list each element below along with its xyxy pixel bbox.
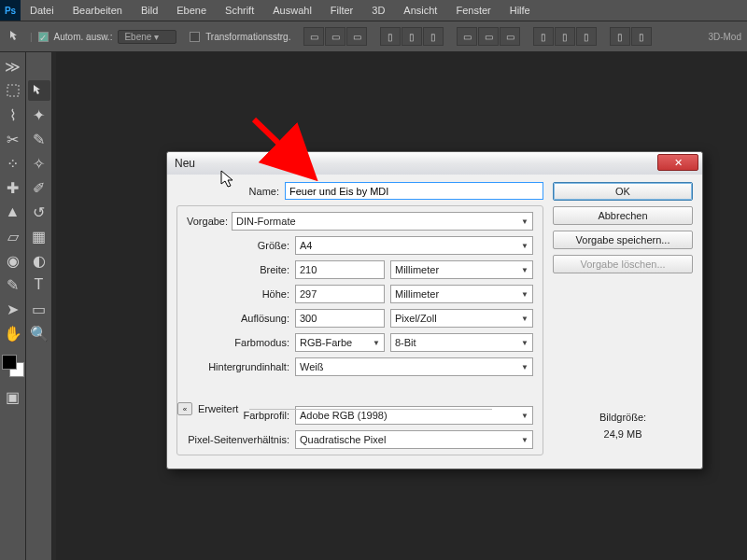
pixelaspect-label: Pixel-Seitenverhältnis:: [187, 434, 295, 445]
blur-tool[interactable]: ◉: [2, 250, 24, 271]
history-brush-tool[interactable]: ↺: [28, 202, 50, 222]
align-btn[interactable]: ▭: [346, 27, 367, 46]
color-swatches[interactable]: [2, 355, 24, 377]
menu-ebene[interactable]: Ebene: [167, 5, 216, 16]
menu-filter[interactable]: Filter: [321, 5, 362, 16]
slice-tool[interactable]: ✎: [28, 129, 50, 149]
dodge-tool[interactable]: ◐: [28, 250, 50, 271]
height-unit-combo[interactable]: Millimeter▼: [390, 285, 533, 303]
marquee-tool[interactable]: [2, 80, 24, 101]
auto-select-check[interactable]: ✓ Autom. ausw.:: [38, 32, 113, 42]
move-tool-icon: [7, 28, 24, 45]
svg-rect-0: [7, 85, 19, 96]
dialog-titlebar[interactable]: Neu ✕: [167, 152, 702, 175]
resolution-label: Auflösung:: [187, 313, 295, 324]
background-combo[interactable]: Weiß▼: [295, 357, 533, 376]
transform-controls-check[interactable]: Transformationsstrg.: [190, 32, 290, 42]
fg-swatch[interactable]: [2, 355, 17, 370]
align-group-1: ▭ ▭ ▭: [303, 27, 367, 46]
align-btn[interactable]: ▭: [325, 27, 345, 46]
width-unit-combo[interactable]: Millimeter▼: [390, 260, 533, 279]
cancel-button[interactable]: Abbrechen: [553, 206, 693, 225]
dist-btn[interactable]: ▭: [500, 27, 520, 46]
dist-btn[interactable]: ▯: [533, 27, 554, 46]
close-icon: ✕: [674, 157, 683, 169]
bitdepth-combo[interactable]: 8-Bit▼: [390, 333, 533, 352]
auto-select-label: Autom. ausw.:: [54, 32, 113, 42]
name-input[interactable]: [285, 182, 543, 200]
background-label: Hintergrundinhalt:: [187, 361, 295, 372]
distribute-group-2: ▯ ▯ ▯: [533, 27, 597, 46]
align-btn[interactable]: ▯: [402, 27, 422, 46]
quick-mask-tool[interactable]: ▣: [2, 386, 24, 407]
eraser-tool[interactable]: ▱: [2, 226, 24, 246]
image-size-info: Bildgröße: 24,9 MB: [553, 410, 693, 442]
dist-btn[interactable]: ▯: [610, 27, 630, 46]
resolution-unit-combo[interactable]: Pixel/Zoll▼: [390, 309, 533, 328]
shape-tool[interactable]: ▭: [28, 299, 50, 319]
save-preset-button[interactable]: Vorgabe speichern...: [553, 231, 693, 249]
menu-3d[interactable]: 3D: [362, 5, 394, 16]
menu-auswahl[interactable]: Auswahl: [263, 5, 321, 16]
advanced-label: Erweitert: [198, 403, 238, 414]
gradient-tool[interactable]: ▦: [28, 226, 50, 246]
zoom-tool[interactable]: 🔍: [28, 323, 50, 343]
width-label: Breite:: [187, 264, 295, 275]
clone-tool[interactable]: ▲: [2, 202, 24, 222]
size-label: Größe:: [187, 240, 295, 251]
menu-bild[interactable]: Bild: [132, 5, 167, 16]
resolution-input[interactable]: 300: [295, 309, 385, 328]
advanced-toggle[interactable]: « Erweitert: [177, 402, 492, 415]
magic-wand-tool[interactable]: ✦: [28, 105, 50, 125]
eyedropper-tool[interactable]: ⁘: [2, 153, 24, 174]
dist-btn[interactable]: ▭: [478, 27, 499, 46]
delete-preset-button: Vorgabe löschen...: [553, 255, 693, 273]
dist-btn[interactable]: ▯: [555, 27, 575, 46]
menu-datei[interactable]: Datei: [21, 5, 63, 16]
align-btn[interactable]: ▯: [423, 27, 444, 46]
dist-btn[interactable]: ▯: [631, 27, 652, 46]
distribute-group-1: ▭ ▭ ▭: [457, 27, 520, 46]
collapse-icon: «: [177, 402, 192, 415]
tool-column-a: ≫ ⌇ ✂ ⁘ ✚ ▲ ▱ ◉ ✎ ➤ ✋ ▣: [0, 52, 26, 560]
name-label: Name:: [176, 186, 285, 197]
menu-bearbeiten[interactable]: Bearbeiten: [63, 5, 132, 16]
dist-btn[interactable]: ▯: [576, 27, 597, 46]
pen-tool[interactable]: ✎: [2, 274, 24, 295]
menu-ansicht[interactable]: Ansicht: [394, 5, 446, 16]
ok-button[interactable]: OK: [553, 182, 693, 201]
auto-select-target[interactable]: Ebene ▾: [118, 30, 176, 44]
size-combo[interactable]: A4▼: [295, 236, 533, 255]
tool-tab-icon[interactable]: ≫: [2, 56, 24, 77]
width-input[interactable]: 210: [295, 260, 385, 279]
brush-tool[interactable]: ✐: [28, 177, 50, 198]
align-group-2: ▯ ▯ ▯: [380, 27, 444, 46]
preset-combo[interactable]: DIN-Formate▼: [232, 212, 533, 231]
tool-tab-icon[interactable]: [28, 56, 50, 77]
height-input[interactable]: 297: [295, 285, 385, 303]
hand-tool[interactable]: ✋: [2, 323, 24, 343]
menu-hilfe[interactable]: Hilfe: [500, 5, 540, 16]
align-btn[interactable]: ▯: [380, 27, 401, 46]
pixelaspect-combo[interactable]: Quadratische Pixel▼: [295, 430, 533, 449]
align-btn[interactable]: ▭: [303, 27, 324, 46]
tool-column-b: ✦ ✎ ✧ ✐ ↺ ▦ ◐ T ▭ 🔍: [26, 52, 52, 560]
app-menubar: Ps Datei Bearbeiten Bild Ebene Schrift A…: [0, 0, 747, 21]
dist-btn[interactable]: ▭: [457, 27, 477, 46]
close-button[interactable]: ✕: [657, 154, 698, 171]
move-tool[interactable]: [28, 80, 50, 101]
menu-fenster[interactable]: Fenster: [446, 5, 500, 16]
ruler-tool[interactable]: ✧: [28, 153, 50, 174]
crop-tool[interactable]: ✂: [2, 129, 24, 149]
colormode-combo[interactable]: RGB-Farbe▼: [295, 333, 385, 352]
menu-schrift[interactable]: Schrift: [216, 5, 263, 16]
path-select-tool[interactable]: ➤: [2, 299, 24, 319]
mode-3d-label[interactable]: 3D-Mod: [708, 32, 747, 42]
new-document-dialog: Neu ✕ Name: Vorgabe: DIN-Formate▼ Größe: [166, 151, 703, 469]
distribute-group-3: ▯ ▯: [610, 27, 652, 46]
type-tool[interactable]: T: [28, 274, 50, 295]
lasso-tool[interactable]: ⌇: [2, 105, 24, 125]
options-bar: | ✓ Autom. ausw.: Ebene ▾ Transformation…: [0, 21, 747, 52]
height-label: Höhe:: [187, 288, 295, 300]
healing-tool[interactable]: ✚: [2, 177, 24, 198]
